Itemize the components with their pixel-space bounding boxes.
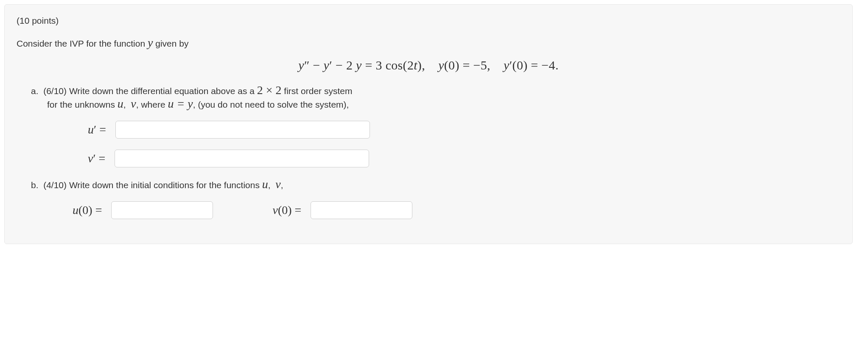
part-a-text3: for the unknowns xyxy=(47,100,118,109)
input-u0[interactable] xyxy=(111,201,213,219)
part-a-u: u xyxy=(118,97,123,110)
part-b-u: u xyxy=(262,178,268,191)
intro-post: given by xyxy=(153,39,188,48)
part-a-label: a. xyxy=(31,86,39,96)
part-b-v: v xyxy=(275,178,280,191)
input-v-prime[interactable] xyxy=(115,150,369,167)
intro-var-y: y xyxy=(148,36,153,49)
part-a-comma1: , xyxy=(123,100,129,109)
part-a: a. (6/10) Write down the differential eq… xyxy=(31,83,840,167)
part-a-text4: , where xyxy=(136,100,168,109)
question-panel: (10 points) Consider the IVP for the fun… xyxy=(4,4,853,244)
input-u-prime[interactable] xyxy=(115,121,370,139)
row-v-prime: v′ = xyxy=(88,150,840,167)
part-a-v: v xyxy=(131,97,136,110)
part-a-text5: , (you do not need to solve the system), xyxy=(193,100,349,109)
intro-pre: Consider the IVP for the function xyxy=(17,39,148,48)
part-b-comma1: , xyxy=(268,180,273,190)
part-a-text2: first order system xyxy=(282,86,353,96)
points: (10 points) xyxy=(17,16,840,26)
intro-line: Consider the IVP for the function y give… xyxy=(17,36,840,50)
ivp-equation: y″ − y′ − 2 y = 3 cos(2t), y(0) = −5, y′… xyxy=(17,58,840,72)
row-u-prime: u′ = xyxy=(88,121,840,139)
row-initial-conditions: u(0) = v(0) = xyxy=(73,201,840,219)
input-v0[interactable] xyxy=(311,201,412,219)
part-a-dim: 2 × 2 xyxy=(257,83,282,97)
part-a-text1: (6/10) Write down the differential equat… xyxy=(43,86,257,96)
part-b: b. (4/10) Write down the initial conditi… xyxy=(31,178,840,219)
part-b-text1: (4/10) Write down the initial conditions… xyxy=(43,180,262,190)
part-b-label: b. xyxy=(31,180,39,190)
part-a-eq: u = y xyxy=(168,97,193,110)
part-b-text2: , xyxy=(281,180,283,190)
